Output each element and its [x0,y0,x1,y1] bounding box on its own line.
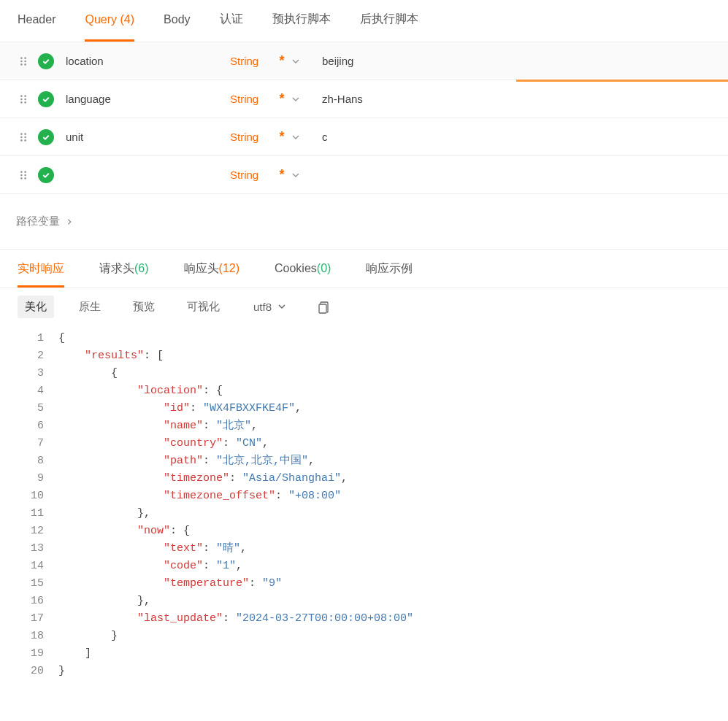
svg-point-18 [20,171,23,173]
param-value-input[interactable]: zh-Hans [322,93,363,105]
response-tabs: 实时响应 请求头(6) 响应头(12) Cookies(0) 响应示例 [0,249,728,288]
chevron-down-icon [277,301,286,313]
svg-point-7 [24,95,26,97]
query-params-table: location String * beijing language Strin… [0,42,728,194]
svg-point-13 [24,133,26,135]
param-type[interactable]: String [230,169,274,181]
param-name-input[interactable]: unit [66,131,230,143]
svg-point-2 [20,60,23,62]
tab-response-example[interactable]: 响应示例 [366,261,413,277]
param-row: language String * zh-Hans [0,80,728,118]
svg-point-4 [20,63,23,66]
param-type[interactable]: String [230,93,274,105]
param-value-input[interactable]: c [322,131,328,143]
svg-rect-24 [319,304,326,313]
svg-point-16 [20,139,23,142]
required-marker: * [274,129,290,144]
tab-body[interactable]: Body [164,13,190,29]
required-marker: * [274,53,290,69]
svg-point-15 [24,136,26,138]
svg-point-23 [24,177,26,180]
param-name-input[interactable]: language [66,93,230,105]
svg-point-1 [24,57,26,59]
copy-icon[interactable] [317,301,329,314]
svg-point-19 [24,171,26,173]
svg-point-14 [20,136,23,138]
chevron-down-icon[interactable] [291,171,304,180]
chevron-right-icon [66,215,73,228]
enable-toggle[interactable] [38,129,54,145]
param-row: location String * beijing [0,42,728,80]
response-body-editor[interactable]: 1234567891011121314151617181920 { "resul… [0,325,728,685]
tab-header[interactable]: Header [18,13,55,29]
drag-handle-icon[interactable] [15,128,32,146]
param-value-input[interactable]: beijing [322,55,353,67]
request-tabs: Header Query (4) Body 认证 预执行脚本 后执行脚本 [0,0,728,42]
svg-point-11 [24,101,26,104]
svg-point-9 [24,98,26,100]
format-pretty[interactable]: 美化 [18,296,54,318]
param-type[interactable]: String [230,131,274,143]
encoding-selector[interactable]: utf8 [253,301,286,313]
param-type[interactable]: String [230,55,274,67]
tab-realtime-response[interactable]: 实时响应 [18,261,64,277]
param-row: unit String * c [0,118,728,156]
enable-toggle[interactable] [38,53,54,69]
drag-handle-icon[interactable] [15,90,32,108]
enable-toggle[interactable] [38,167,54,183]
line-numbers: 1234567891011121314151617181920 [0,330,58,680]
chevron-down-icon[interactable] [291,57,304,66]
svg-point-20 [20,174,23,176]
chevron-down-icon[interactable] [291,133,304,142]
tab-auth[interactable]: 认证 [220,12,243,30]
format-raw[interactable]: 原生 [72,296,108,318]
svg-point-8 [20,98,23,100]
svg-point-6 [20,95,23,97]
enable-toggle[interactable] [38,91,54,107]
drag-handle-icon[interactable] [15,53,32,70]
svg-point-0 [20,57,23,59]
required-marker: * [274,91,290,107]
svg-point-3 [24,60,26,62]
drag-handle-icon[interactable] [15,166,32,184]
svg-point-21 [24,174,26,176]
format-preview[interactable]: 预览 [126,296,162,318]
param-name-input[interactable]: location [66,55,230,67]
tab-cookies[interactable]: Cookies(0) [275,262,331,275]
chevron-down-icon[interactable] [291,95,304,104]
format-visualize[interactable]: 可视化 [180,296,227,318]
required-marker: * [274,167,290,182]
param-row: String * [0,156,728,194]
tab-post-script[interactable]: 后执行脚本 [360,12,418,30]
svg-point-5 [24,63,26,66]
encoding-label: utf8 [253,301,272,313]
svg-point-22 [20,177,23,180]
svg-point-17 [24,139,26,142]
svg-point-12 [20,133,23,135]
tab-request-headers[interactable]: 请求头(6) [99,261,149,277]
tab-pre-script[interactable]: 预执行脚本 [272,12,331,30]
svg-point-10 [20,101,23,104]
format-toolbar: 美化 原生 预览 可视化 utf8 [0,288,728,325]
path-variables-section[interactable]: 路径变量 [0,194,728,249]
path-variables-label: 路径变量 [16,215,60,228]
tab-query[interactable]: Query (4) [85,13,134,29]
tab-response-headers[interactable]: 响应头(12) [184,261,240,277]
code-content[interactable]: { "results": [ { "location": { "id": "WX… [58,330,728,680]
